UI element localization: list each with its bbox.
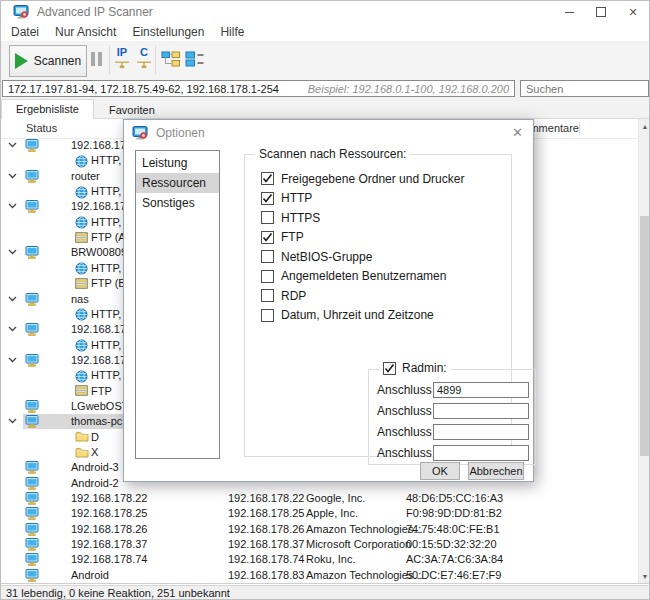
computer-icon xyxy=(25,415,39,428)
scroll-up-button[interactable]: ▲ xyxy=(639,119,650,133)
checkbox-angemeldeten-benutzernamen[interactable] xyxy=(261,270,274,283)
device-vendor: Google, Inc. xyxy=(306,491,365,506)
maximize-button[interactable] xyxy=(585,1,617,23)
pause-icon xyxy=(91,52,95,66)
checkbox-label: FTP xyxy=(281,230,304,244)
resource-label: D xyxy=(91,430,99,445)
table-row[interactable]: 192.168.178.37192.168.178.37Microsoft Co… xyxy=(1,537,637,552)
port-input-1[interactable] xyxy=(433,382,529,398)
table-row[interactable]: 192.168.178.26192.168.178.26Amazon Techn… xyxy=(1,522,637,537)
computer-icon xyxy=(25,200,39,213)
cancel-button[interactable]: Abbrechen xyxy=(468,462,524,480)
chevron-down-icon xyxy=(8,203,17,209)
app-window: Advanced IP Scanner ✕ DateiNur AnsichtEi… xyxy=(0,0,650,600)
title-bar: Advanced IP Scanner ✕ xyxy=(1,1,649,23)
device-name: 192.168.178.26 xyxy=(71,522,147,537)
chevron-down-icon xyxy=(8,418,17,424)
chevron-down-icon xyxy=(8,142,17,148)
computer-icon xyxy=(25,569,39,582)
ftp-icon xyxy=(75,232,88,243)
device-mac: F0:98:9D:DD:81:B2 xyxy=(406,506,502,521)
computer-icon xyxy=(25,246,39,259)
menu-item-nur-ansicht[interactable]: Nur Ansicht xyxy=(47,25,124,39)
app-icon xyxy=(132,125,148,141)
globe-icon xyxy=(75,308,88,321)
checkbox-ftp[interactable] xyxy=(261,231,274,244)
device-mac: 00:15:5D:32:32:20 xyxy=(406,537,497,552)
table-row[interactable]: 192.168.178.74192.168.178.74Roku, Inc.AC… xyxy=(1,552,637,567)
pause-button[interactable] xyxy=(91,52,102,66)
ip-range-hint: Beispiel: 192.168.0.1-100, 192.168.0.200 xyxy=(308,83,509,95)
minimize-button[interactable] xyxy=(553,1,585,23)
checkbox-https[interactable] xyxy=(261,211,274,224)
computer-icon xyxy=(25,477,39,490)
dialog-close-button[interactable]: ✕ xyxy=(512,125,523,140)
radmin-header: Radmin: xyxy=(379,361,451,375)
device-name: 192.168.178.74 xyxy=(71,552,147,567)
computer-icon xyxy=(25,323,39,336)
device-vendor: Roku, Inc. xyxy=(306,552,356,567)
scan-button[interactable]: Scannen xyxy=(9,45,87,77)
options-dialog: Optionen ✕ LeistungRessourcenSonstiges S… xyxy=(123,119,534,482)
port-row-1: Anschluss 1 xyxy=(369,382,535,398)
checkbox-freigegebene-ordner-und-drucker[interactable] xyxy=(261,172,274,185)
table-row[interactable]: 192.168.178.25192.168.178.25Apple, Inc.F… xyxy=(1,506,637,521)
play-icon xyxy=(15,53,28,69)
menu-item-datei[interactable]: Datei xyxy=(3,25,47,39)
checkbox-datum-uhrzeit-und-zeitzone[interactable] xyxy=(261,309,274,322)
tab-strip: ErgebnislisteFavoriten xyxy=(1,99,649,119)
close-button[interactable]: ✕ xyxy=(617,1,649,23)
network-tree-button[interactable] xyxy=(161,51,181,71)
ip-scan-button[interactable]: IP xyxy=(114,47,130,69)
port-input-4[interactable] xyxy=(433,445,529,461)
vertical-scrollbar[interactable]: ▲ ▼ xyxy=(638,119,650,583)
device-name: Android-3 xyxy=(71,460,119,475)
computer-icon xyxy=(25,293,39,306)
toolbar-separator xyxy=(109,46,110,74)
options-nav-item-sonstiges[interactable]: Sonstiges xyxy=(136,193,219,213)
scrollbar-thumb[interactable] xyxy=(640,216,650,456)
menu-item-einstellungen[interactable]: Einstellungen xyxy=(124,25,212,39)
device-ip: 192.168.178.74 xyxy=(228,552,304,567)
search-input[interactable] xyxy=(521,83,650,95)
port-input-2[interactable] xyxy=(433,403,529,419)
list-view-button[interactable] xyxy=(185,51,205,71)
checkbox-rdp[interactable] xyxy=(261,289,274,302)
checkbox-row-angemeldeten-benutzernamen: Angemeldeten Benutzernamen xyxy=(261,267,501,287)
folder-icon xyxy=(75,447,89,458)
device-name: Android xyxy=(71,568,109,583)
toolbar-separator xyxy=(155,46,156,74)
globe-icon xyxy=(75,370,88,383)
network-tree-icon xyxy=(161,51,181,71)
checkbox-row-https: HTTPS xyxy=(261,208,501,228)
ok-button[interactable]: OK xyxy=(420,462,460,480)
c-scan-button[interactable]: C xyxy=(136,47,152,69)
table-row[interactable]: Android192.168.178.83Amazon Technologies… xyxy=(1,568,637,583)
checkbox-row-netbios-gruppe: NetBIOS-Gruppe xyxy=(261,247,501,267)
options-nav-item-ressourcen[interactable]: Ressourcen xyxy=(136,173,219,193)
scan-button-label: Scannen xyxy=(34,54,81,68)
scroll-down-button[interactable]: ▼ xyxy=(639,569,650,583)
device-mac: 50:DC:E7:46:E7:F9 xyxy=(406,568,501,583)
ip-range-input[interactable]: 172.17.197.81-94, 172.18.75.49-62, 192.1… xyxy=(2,80,515,97)
checkbox-label: RDP xyxy=(281,289,306,303)
tab-favoriten[interactable]: Favoriten xyxy=(94,100,170,121)
range-bar: 172.17.197.81-94, 172.18.75.49-62, 192.1… xyxy=(1,79,649,99)
device-vendor: Microsoft Corporation xyxy=(306,537,411,552)
checkbox-radmin[interactable] xyxy=(383,362,396,375)
options-nav-item-leistung[interactable]: Leistung xyxy=(136,153,219,173)
port-row-2: Anschluss 2 xyxy=(369,403,535,419)
checkbox-netbios-gruppe[interactable] xyxy=(261,250,274,263)
computer-icon xyxy=(25,400,39,413)
port-input-3[interactable] xyxy=(433,424,529,440)
window-title: Advanced IP Scanner xyxy=(37,5,153,19)
table-row[interactable]: 192.168.178.22192.168.178.22Google, Inc.… xyxy=(1,491,637,506)
checkbox-http[interactable] xyxy=(261,192,274,205)
checkbox-label: HTTP xyxy=(281,191,312,205)
computer-icon xyxy=(25,461,39,474)
ftp-icon xyxy=(75,385,88,396)
device-name: nas xyxy=(71,292,89,307)
menu-item-hilfe[interactable]: Hilfe xyxy=(212,25,252,39)
tab-ergebnisliste[interactable]: Ergebnisliste xyxy=(1,99,94,121)
checkbox-label: NetBIOS-Gruppe xyxy=(281,250,372,264)
